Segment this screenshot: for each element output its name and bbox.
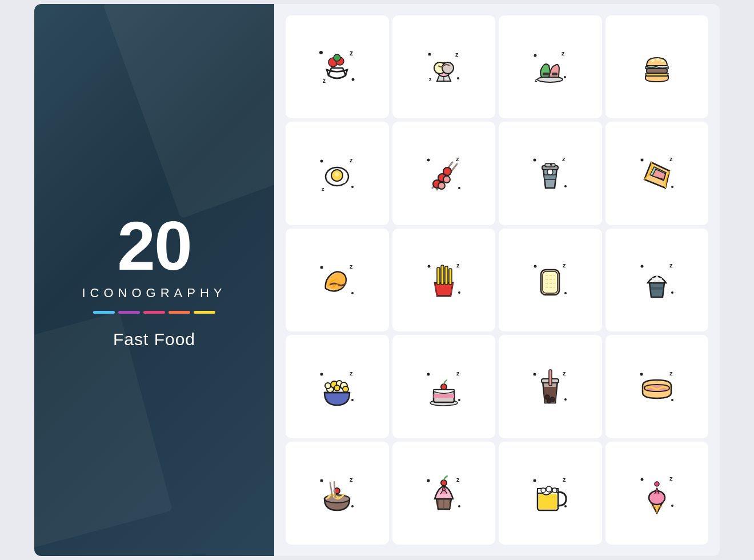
svg-text:z: z [456,262,460,269]
svg-point-130 [552,488,557,493]
svg-point-44 [443,176,450,183]
svg-point-42 [443,167,451,175]
svg-point-45 [534,158,536,161]
svg-point-87 [325,383,331,389]
icon-card-wrap: z [605,122,709,225]
svg-point-26 [320,159,323,162]
svg-point-51 [547,169,553,175]
svg-point-14 [442,62,454,74]
svg-point-53 [671,186,673,188]
svg-point-77 [652,278,654,280]
svg-text:z: z [322,186,324,192]
svg-point-36 [458,187,460,189]
bar-1 [93,311,115,314]
svg-point-58 [427,265,430,268]
svg-point-112 [320,479,323,482]
svg-text:z: z [563,262,566,269]
svg-point-65 [534,265,537,268]
svg-text:z: z [350,263,353,270]
svg-text:z: z [350,157,353,163]
icon-grid: z z z z [274,4,720,557]
icon-card-popcorn-bowl: z [286,335,389,438]
svg-point-92 [334,385,340,391]
svg-point-113 [351,505,354,507]
bar-2 [118,311,140,314]
icon-card-cupcake: z [392,442,496,545]
icon-card-bubble-tea: z [499,335,602,438]
icon-card-croissant: z [286,229,389,332]
main-container: 20 ICONOGRAPHY Fast Food z z [34,4,720,557]
left-panel: 20 ICONOGRAPHY Fast Food [34,4,274,557]
icon-card-onigiri: z z [499,15,602,119]
icon-card-beer-mug: z [499,442,602,545]
svg-point-16 [564,76,566,78]
icon-card-ice-cream-sundae: z z [392,15,496,119]
icon-count: 20 [117,211,191,280]
svg-text:z: z [563,370,566,377]
svg-point-94 [458,399,460,401]
svg-point-56 [351,292,354,294]
svg-text:z: z [669,475,673,482]
svg-point-46 [564,185,567,187]
icon-card-skewer: z [392,122,496,225]
svg-text:z: z [350,49,353,57]
svg-point-80 [654,280,656,282]
svg-rect-21 [552,73,558,75]
svg-point-43 [438,182,445,189]
svg-rect-49 [545,163,555,167]
svg-point-8 [457,77,459,79]
bar-5 [194,311,215,314]
svg-point-15 [534,54,537,57]
svg-point-100 [534,373,536,375]
svg-text:z: z [562,155,566,162]
color-bars [93,311,215,314]
bar-3 [143,311,165,314]
svg-rect-63 [445,266,448,285]
icon-card-fruit-bowl: z z [286,15,389,119]
bar-4 [169,311,190,314]
svg-text:z: z [669,155,673,162]
icon-card-rice-bowl: z [605,229,709,332]
svg-rect-25 [647,69,667,73]
subtitle-label: ICONOGRAPHY [82,286,226,301]
svg-rect-20 [543,73,550,75]
svg-point-109 [671,399,673,401]
svg-text:z: z [456,155,459,162]
svg-point-131 [640,478,643,481]
category-title: Fast Food [113,330,195,349]
svg-point-52 [640,158,643,161]
icon-card-hotdog: z [605,335,709,438]
svg-text:z: z [669,370,673,377]
svg-point-0 [319,51,323,54]
svg-text:z: z [323,78,326,84]
svg-text:z: z [350,370,353,377]
icon-card-fried-egg: z z [286,122,389,225]
icon-card-noodles: z [286,442,389,545]
svg-point-35 [427,158,430,161]
svg-point-1 [352,78,355,81]
svg-point-119 [427,479,430,482]
svg-point-129 [546,486,552,492]
svg-point-59 [458,291,460,294]
svg-point-93 [427,373,430,375]
svg-point-124 [564,505,567,507]
svg-rect-62 [441,265,444,285]
svg-point-7 [428,53,431,56]
svg-point-132 [671,505,673,507]
svg-rect-127 [539,494,557,509]
svg-point-27 [351,186,354,188]
svg-rect-64 [449,269,452,285]
svg-point-123 [534,479,536,482]
svg-text:z: z [669,262,673,269]
svg-point-34 [335,172,339,177]
svg-point-82 [320,373,323,375]
svg-point-74 [640,265,643,268]
svg-text:z: z [562,50,565,57]
svg-point-122 [441,480,447,486]
svg-point-55 [320,266,323,269]
svg-rect-98 [434,394,454,398]
svg-point-78 [656,275,658,277]
svg-point-108 [640,373,643,375]
svg-point-50 [550,163,552,166]
svg-point-91 [343,386,348,392]
